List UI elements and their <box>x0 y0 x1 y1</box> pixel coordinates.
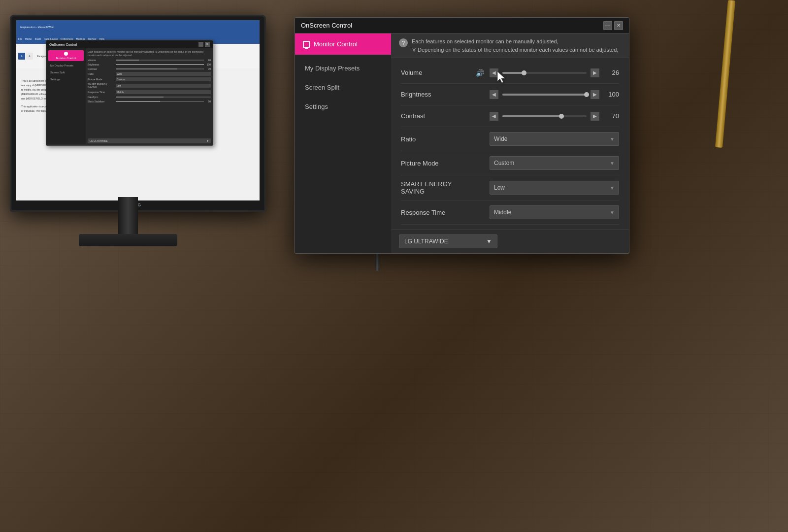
contrast-slider-container: ◀ ▶ <box>490 112 599 121</box>
controls-panel: Volume 🔊 ◀ ▶ 26 Brightness <box>391 58 629 229</box>
small-volume-slider[interactable] <box>116 60 204 61</box>
small-ratio-label: Ratio <box>88 72 115 75</box>
main-osc-title: OnScreen Control <box>301 22 352 29</box>
volume-increase-btn[interactable]: ▶ <box>591 68 599 77</box>
small-brightness-slider[interactable] <box>116 64 204 65</box>
monitor-icon <box>303 41 310 48</box>
response-time-row: Response Time Middle ▼ <box>401 200 619 225</box>
small-contrast-label: Contrast <box>88 67 115 70</box>
sidebar-item-settings[interactable]: Settings <box>295 97 391 116</box>
close-button[interactable]: ✕ <box>614 21 623 30</box>
monitor-screen: template.docx - Microsoft Word File Home… <box>16 20 260 200</box>
small-picture-select[interactable]: Custom <box>116 77 211 81</box>
info-icon: ? <box>399 38 408 47</box>
main-osc-titlebar: OnScreen Control — ✕ <box>295 18 629 33</box>
brightness-slider-fill <box>502 94 587 96</box>
response-time-dropdown[interactable]: Middle ▼ <box>490 205 619 219</box>
small-ratio-select[interactable]: Wide <box>116 72 211 76</box>
sidebar-item-display-presets[interactable]: My Display Presets <box>295 59 391 78</box>
small-contrast-row: Contrast 70 <box>88 67 211 70</box>
volume-value: 26 <box>604 69 619 76</box>
small-minimize-btn[interactable]: — <box>198 42 203 47</box>
small-close-btn[interactable]: ✕ <box>205 42 210 47</box>
small-contrast-value: 70 <box>205 67 211 70</box>
smart-energy-icon <box>475 183 485 193</box>
brightness-increase-btn[interactable]: ▶ <box>591 90 599 99</box>
small-screen-split-nav[interactable]: Screen Split <box>48 69 84 75</box>
monitor-control-button[interactable]: Monitor Control <box>295 33 391 55</box>
small-response-select[interactable]: Middle <box>116 90 211 94</box>
small-onscreen-control[interactable]: OnScreen Control — ✕ Monitor Control My … <box>46 40 213 146</box>
small-energy-row: SMART ENERGY SAVING Low <box>88 83 211 89</box>
contrast-label: Contrast <box>401 112 470 120</box>
volume-decrease-btn[interactable]: ◀ <box>490 68 498 77</box>
volume-slider-thumb[interactable] <box>522 70 526 75</box>
contrast-slider-thumb[interactable] <box>559 114 564 119</box>
small-freesync-row: FreeSync <box>88 96 211 99</box>
contrast-decrease-btn[interactable]: ◀ <box>490 112 498 121</box>
small-black-label: Black Stabilizer <box>88 100 115 103</box>
small-brightness-value: 100 <box>205 63 211 66</box>
main-onscreen-control[interactable]: OnScreen Control — ✕ Monitor Control My … <box>295 17 629 254</box>
monitor-neck <box>118 197 138 236</box>
smart-energy-dropdown[interactable]: Low ▼ <box>490 181 619 195</box>
volume-slider-track[interactable] <box>502 72 587 74</box>
small-settings-nav[interactable]: Settings <box>48 76 84 82</box>
contrast-slider-track[interactable] <box>502 115 587 117</box>
contrast-value: 70 <box>604 112 619 120</box>
small-display-presets-nav[interactable]: My Display Presets <box>48 63 84 68</box>
device-dropdown-arrow: ▼ <box>486 238 492 245</box>
response-time-dropdown-arrow: ▼ <box>610 210 615 215</box>
small-black-slider[interactable] <box>116 101 204 102</box>
smart-energy-row: SMART ENERGY SAVING Low ▼ <box>401 175 619 200</box>
small-osc-sidebar: Monitor Control My Display Presets Scree… <box>46 48 86 144</box>
brightness-slider-track[interactable] <box>502 94 587 96</box>
volume-icon: 🔊 <box>475 68 485 78</box>
main-osc-body: Monitor Control My Display Presets Scree… <box>295 33 629 253</box>
brightness-label: Brightness <box>401 91 470 98</box>
ratio-dropdown-arrow: ▼ <box>610 136 615 142</box>
ratio-label: Ratio <box>401 135 470 143</box>
small-picture-row: Picture Mode Custom <box>88 77 211 81</box>
brightness-decrease-btn[interactable]: ◀ <box>490 90 498 99</box>
small-device-selector[interactable]: LG ULTRAWIDE ▼ <box>88 138 211 143</box>
small-black-value: 50 <box>205 100 211 103</box>
contrast-row: Contrast ◀ ▶ 70 <box>401 105 619 127</box>
info-text: Each features on selected monitor can be… <box>412 37 618 54</box>
small-brightness-label: Brightness <box>88 63 115 66</box>
lg-monitor: template.docx - Microsoft Word File Home… <box>0 0 281 296</box>
volume-label: Volume <box>401 69 470 76</box>
small-black-row: Black Stabilizer 50 <box>88 100 211 103</box>
volume-slider-fill <box>502 72 524 74</box>
contrast-slider-fill <box>502 115 561 117</box>
small-ratio-row: Ratio Wide <box>88 72 211 76</box>
picture-mode-label: Picture Mode <box>401 160 470 167</box>
small-volume-label: Volume <box>88 59 115 62</box>
small-osc-footer: LG ULTRAWIDE ▼ <box>88 138 211 143</box>
sidebar-item-screen-split[interactable]: Screen Split <box>295 78 391 97</box>
small-monitor-control-btn[interactable]: Monitor Control <box>48 50 84 61</box>
small-osc-titlebar: OnScreen Control — ✕ <box>46 40 213 48</box>
small-info-text: Each features on selected monitor can be… <box>88 50 211 57</box>
monitor-base <box>79 234 177 246</box>
smart-energy-label: SMART ENERGY SAVING <box>401 180 470 195</box>
minimize-button[interactable]: — <box>603 21 612 30</box>
small-energy-select[interactable]: Low <box>116 84 211 88</box>
main-osc-right: ? Each features on selected monitor can … <box>391 33 629 253</box>
small-response-label: Response Time <box>88 91 115 94</box>
osc-footer: LG ULTRAWIDE ▼ <box>391 229 629 253</box>
picture-mode-dropdown[interactable]: Custom ▼ <box>490 156 619 170</box>
freesync-row: FreeSync On ▼ <box>401 225 619 229</box>
small-contrast-slider[interactable] <box>116 68 204 69</box>
small-osc-body: Monitor Control My Display Presets Scree… <box>46 48 213 144</box>
ratio-dropdown[interactable]: Wide ▼ <box>490 132 619 146</box>
small-picture-label: Picture Mode <box>88 78 115 81</box>
ratio-icon <box>475 134 485 144</box>
small-freesync-slider[interactable] <box>116 97 211 98</box>
contrast-increase-btn[interactable]: ▶ <box>591 112 599 121</box>
small-volume-value: 26 <box>205 59 211 62</box>
brightness-slider-thumb[interactable] <box>584 92 589 97</box>
device-selector[interactable]: LG ULTRAWIDE ▼ <box>399 234 497 248</box>
brightness-icon <box>475 90 485 100</box>
small-volume-row: Volume 26 <box>88 59 211 62</box>
